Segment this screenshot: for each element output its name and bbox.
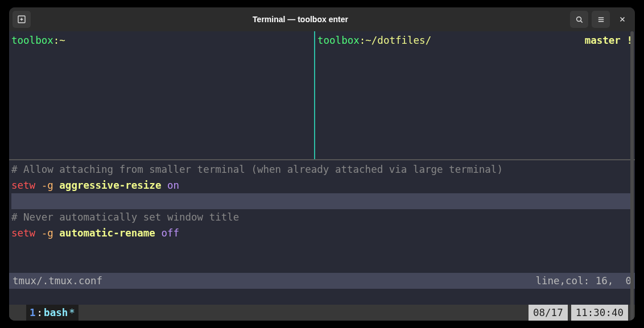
- titlebar-right: [570, 11, 631, 28]
- git-status: master !: [585, 32, 633, 158]
- search-button[interactable]: [570, 11, 588, 28]
- prompt-path: :~/dotfiles/: [360, 35, 431, 46]
- close-icon: [618, 15, 626, 23]
- editor-line: # Never automatically set window title: [11, 209, 633, 225]
- pane-left[interactable]: toolbox:~: [9, 31, 315, 159]
- svg-point-1: [576, 16, 581, 21]
- pane-right[interactable]: toolbox:~/dotfiles/ master !: [315, 31, 635, 159]
- editor-active-line: [11, 193, 633, 209]
- editor-line: setw -g automatic-rename off: [11, 225, 633, 241]
- tmux-spacer: [9, 305, 26, 321]
- titlebar: Terminal — toolbox enter: [9, 7, 635, 31]
- tmux-tab-index: 1: [30, 305, 36, 321]
- status-position: line,col: 16, 0: [535, 273, 631, 289]
- editor-content[interactable]: # Allow attaching from smaller terminal …: [9, 160, 635, 273]
- menu-button[interactable]: [592, 11, 610, 28]
- close-button[interactable]: [613, 11, 631, 28]
- top-panes: toolbox:~ toolbox:~/dotfiles/ master !: [9, 31, 635, 159]
- prompt-path: :~: [53, 35, 65, 46]
- tmux-date: 08/17: [529, 305, 568, 321]
- prompt-right: toolbox:~/dotfiles/: [317, 32, 431, 158]
- plus-tab-icon: [17, 15, 26, 24]
- tmux-status-left: 1:bash*: [9, 305, 79, 321]
- new-tab-button[interactable]: [13, 11, 31, 28]
- editor-line: setw -g aggressive-resize on: [11, 177, 633, 193]
- tmux-status-right: 08/17 11:30:40: [529, 305, 628, 321]
- editor-statusline: tmux/.tmux.conf line,col: 16, 0: [9, 273, 635, 289]
- window-title: Terminal — toolbox enter: [34, 15, 567, 24]
- pane-bottom[interactable]: # Allow attaching from smaller terminal …: [9, 160, 635, 305]
- terminal-area[interactable]: toolbox:~ toolbox:~/dotfiles/ master ! #…: [9, 31, 635, 321]
- editor-commandline[interactable]: [9, 289, 635, 305]
- terminal-window: Terminal — toolbox enter: [9, 7, 635, 321]
- scrollbar[interactable]: [628, 31, 635, 321]
- hamburger-icon: [597, 15, 605, 24]
- tmux-time: 11:30:40: [571, 305, 628, 321]
- prompt-host: toolbox: [11, 35, 53, 46]
- search-icon: [575, 15, 584, 24]
- tmux-tab-name: bash: [44, 305, 68, 321]
- tmux-tab-marker: *: [69, 305, 75, 321]
- editor-line: # Allow attaching from smaller terminal …: [11, 161, 633, 177]
- tmux-tab-sep: :: [37, 305, 43, 321]
- tmux-window-tab[interactable]: 1:bash*: [26, 305, 79, 321]
- tmux-statusbar: 1:bash* 08/17 11:30:40: [9, 305, 635, 321]
- git-branch: master: [585, 35, 621, 46]
- scrollbar-thumb[interactable]: [630, 31, 634, 321]
- status-filename: tmux/.tmux.conf: [13, 273, 102, 289]
- prompt-host: toolbox: [317, 35, 360, 46]
